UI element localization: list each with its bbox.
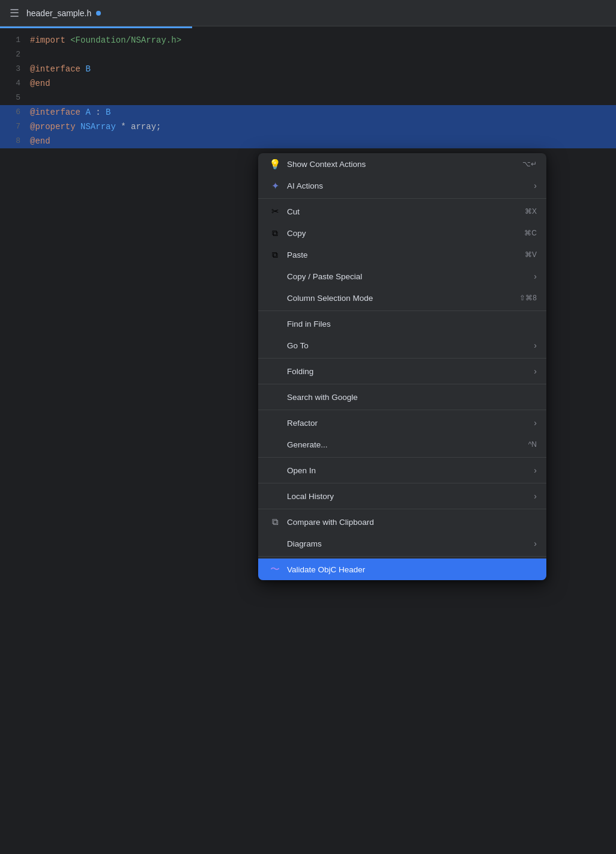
go-to-label: Go To (287, 341, 529, 350)
paste-shortcut: ⌘V (525, 250, 537, 259)
open-in-label: Open In (287, 466, 529, 475)
menu-item-go-to[interactable]: Go To › (258, 335, 546, 356)
menu-item-generate[interactable]: Generate... ^N (258, 434, 546, 455)
divider-4 (258, 384, 546, 384)
ai-actions-label: AI Actions (287, 181, 529, 190)
menu-item-copy[interactable]: ⧉ Copy ⌘C (258, 222, 546, 244)
cut-label: Cut (287, 207, 525, 216)
paste-label: Paste (287, 250, 525, 259)
local-history-label: Local History (287, 492, 529, 501)
divider-8 (258, 509, 546, 509)
divider-3 (258, 358, 546, 359)
code-line-1: 1 #import <Foundation/NSArray.h> (0, 33, 616, 47)
copy-paste-special-label: Copy / Paste Special (287, 272, 529, 281)
copy-label: Copy (287, 229, 524, 238)
column-selection-label: Column Selection Mode (287, 294, 519, 303)
code-line-4: 4 @end (0, 76, 616, 91)
code-line-7: 7 @property NSArray * array; (0, 120, 616, 134)
line-number-8: 8 (0, 134, 30, 148)
menu-item-diagrams[interactable]: Diagrams › (258, 533, 546, 554)
divider-9 (258, 556, 546, 557)
search-google-label: Search with Google (287, 393, 537, 402)
generate-shortcut: ^N (528, 440, 537, 449)
open-in-arrow: › (534, 465, 537, 475)
code-line-5: 5 (0, 91, 616, 105)
ai-icon: ✦ (268, 178, 282, 193)
code-line-6: 6 @interface A : B (0, 105, 616, 120)
line-content-8: @end (30, 134, 50, 148)
menu-item-validate-objc[interactable]: 〜 Validate ObjC Header (258, 559, 546, 580)
line-number-3: 3 (0, 62, 30, 76)
line-number-6: 6 (0, 105, 30, 120)
menu-item-show-context-actions[interactable]: 💡 Show Context Actions ⌥↵ (258, 153, 546, 175)
show-context-actions-label: Show Context Actions (287, 160, 522, 169)
copy-shortcut: ⌘C (524, 229, 537, 237)
code-line-3: 3 @interface B (0, 62, 616, 76)
diagrams-label: Diagrams (287, 539, 529, 548)
divider-2 (258, 310, 546, 311)
cut-icon: ✂ (268, 204, 282, 219)
line-number-7: 7 (0, 120, 30, 134)
menu-item-folding[interactable]: Folding › (258, 360, 546, 382)
folding-arrow: › (534, 366, 537, 376)
compare-icon: ⧉ (268, 515, 282, 529)
column-selection-shortcut: ⇧⌘8 (519, 294, 537, 302)
lightbulb-icon: 💡 (268, 157, 282, 171)
tab-modified-dot (96, 11, 101, 16)
validate-icon: 〜 (268, 562, 282, 577)
copy-icon: ⧉ (268, 226, 282, 240)
code-editor[interactable]: 1 #import <Foundation/NSArray.h> 2 3 @in… (0, 28, 616, 153)
line-number-2: 2 (0, 47, 30, 62)
refactor-label: Refactor (287, 419, 529, 428)
line-content-7: @property NSArray * array; (30, 120, 161, 134)
paste-icon: ⧉ (268, 247, 282, 262)
menu-item-refactor[interactable]: Refactor › (258, 412, 546, 434)
menu-item-copy-paste-special[interactable]: Copy / Paste Special › (258, 265, 546, 287)
diagrams-arrow: › (534, 539, 537, 548)
menu-item-compare-clipboard[interactable]: ⧉ Compare with Clipboard (258, 511, 546, 533)
divider-6 (258, 457, 546, 458)
tab-title[interactable]: header_sample.h (26, 8, 91, 18)
line-content-1: #import <Foundation/NSArray.h> (30, 33, 181, 47)
menu-item-column-selection[interactable]: Column Selection Mode ⇧⌘8 (258, 287, 546, 309)
line-content-3: @interface B (30, 62, 91, 76)
divider-1 (258, 198, 546, 199)
menu-item-paste[interactable]: ⧉ Paste ⌘V (258, 244, 546, 265)
divider-7 (258, 483, 546, 483)
line-content-6: @interface A : B (30, 105, 110, 120)
folding-label: Folding (287, 367, 529, 376)
code-line-8: 8 @end (0, 134, 616, 148)
find-in-files-label: Find in Files (287, 319, 537, 329)
local-history-arrow: › (534, 491, 537, 501)
menu-item-ai-actions[interactable]: ✦ AI Actions › (258, 175, 546, 196)
line-content-4: @end (30, 76, 50, 91)
refactor-arrow: › (534, 418, 537, 428)
go-to-arrow: › (534, 341, 537, 350)
ai-actions-arrow: › (534, 181, 537, 190)
copy-paste-special-arrow: › (534, 271, 537, 281)
validate-objc-label: Validate ObjC Header (287, 565, 537, 574)
show-context-actions-shortcut: ⌥↵ (522, 160, 537, 168)
menu-item-search-google[interactable]: Search with Google (258, 386, 546, 408)
line-number-5: 5 (0, 91, 30, 105)
menu-item-cut[interactable]: ✂ Cut ⌘X (258, 201, 546, 222)
line-number-1: 1 (0, 33, 30, 47)
menu-item-open-in[interactable]: Open In › (258, 459, 546, 481)
compare-clipboard-label: Compare with Clipboard (287, 518, 537, 527)
cut-shortcut: ⌘X (525, 207, 537, 216)
menu-item-find-in-files[interactable]: Find in Files (258, 313, 546, 335)
line-number-4: 4 (0, 76, 30, 91)
divider-5 (258, 410, 546, 410)
code-line-2: 2 (0, 47, 616, 62)
generate-label: Generate... (287, 440, 528, 449)
menu-item-local-history[interactable]: Local History › (258, 485, 546, 507)
hamburger-icon[interactable]: ☰ (10, 7, 19, 20)
tab-bar: ☰ header_sample.h (0, 0, 616, 26)
context-menu: 💡 Show Context Actions ⌥↵ ✦ AI Actions ›… (258, 153, 546, 580)
